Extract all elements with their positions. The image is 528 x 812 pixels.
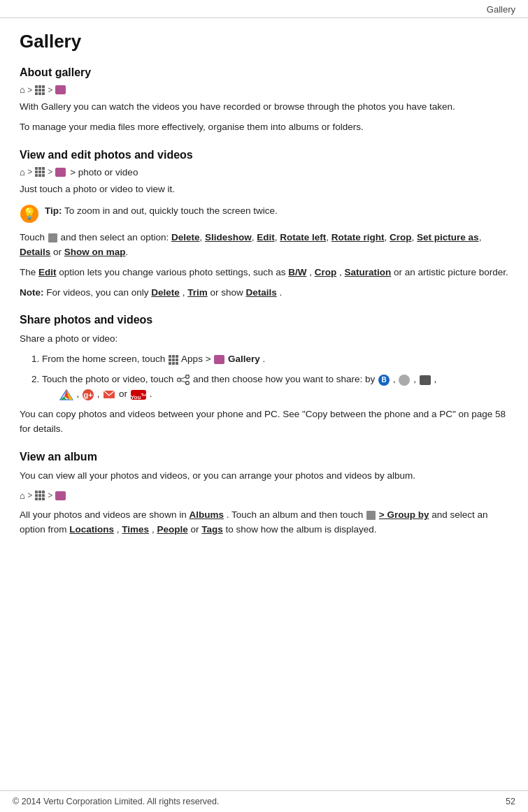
touch-edit: Edit — [257, 232, 275, 242]
comma9: , — [339, 267, 345, 277]
note-label: Note: — [20, 287, 44, 298]
album-title: View an album — [20, 451, 508, 463]
about-nav-path: ⌂ > > — [20, 85, 508, 95]
chevron-icon-6: > — [48, 491, 52, 500]
step2-end: . — [150, 389, 152, 399]
tip-box: 💡 Tip: To zoom in and out, quickly touch… — [20, 204, 508, 224]
edit-saturation: Saturation — [345, 267, 392, 277]
view-edit-section: View and edit photos and videos ⌂ > > > … — [20, 149, 508, 300]
edit-crop: Crop — [315, 267, 337, 277]
comma-gplus: , — [97, 389, 103, 399]
gallery-icon — [55, 85, 66, 94]
chevron-icon-2: > — [48, 85, 52, 95]
copy-text: You can copy photos and videos between y… — [20, 407, 508, 437]
chevron-icon-5: > — [27, 491, 32, 500]
album-pre: All your photos and videos are shown in — [20, 509, 189, 520]
comma-circle: , — [413, 374, 419, 384]
note-or: or show — [210, 287, 245, 298]
note-end: . — [280, 287, 283, 298]
note-text: For videos, you can only — [46, 287, 151, 298]
note-trim: Trim — [187, 287, 208, 298]
touch-para: Touch and then select an option: Delete,… — [20, 231, 508, 260]
chevron-icon-1: > — [27, 85, 32, 95]
locations-label: Locations — [69, 524, 114, 535]
apps-grid-icon-2 — [35, 167, 45, 177]
page-title: Gallery — [20, 31, 508, 52]
svg-point-2 — [186, 375, 190, 379]
footer-page-number: 52 — [506, 797, 515, 806]
home-icon-2: ⌂ — [20, 167, 25, 177]
note-details: Details — [245, 287, 276, 298]
albums-label: Albums — [189, 509, 224, 520]
edit-post: or an artistic picture border. — [394, 267, 508, 277]
svg-text:💡: 💡 — [22, 207, 36, 220]
or-text: or — [53, 247, 64, 257]
share-title: Share photos and videos — [20, 314, 508, 326]
album-final: to show how the album is displayed. — [225, 524, 376, 535]
tip-label: Tip: — [45, 205, 62, 216]
note-delete: Delete — [151, 287, 180, 298]
about-section: About gallery ⌂ > > With Gallery you can… — [20, 66, 508, 135]
step1-gallery: Gallery — [228, 354, 260, 364]
touch-show-map: Show on map — [64, 247, 126, 257]
share-intro: Share a photo or video: — [20, 332, 508, 347]
touch-text-pre: Touch — [20, 232, 48, 242]
comma8: , — [309, 267, 315, 277]
view-edit-title: View and edit photos and videos — [20, 149, 508, 161]
edit-bw: B/W — [288, 267, 306, 277]
tip-text: Tip: To zoom in and out, quickly touch t… — [45, 204, 278, 218]
album-or: or — [190, 524, 201, 535]
comma7: , — [479, 232, 482, 242]
touch-delete: Delete — [171, 232, 200, 242]
apps-grid-icon-3 — [169, 355, 178, 365]
comma5: , — [385, 232, 390, 242]
touch-crop: Crop — [390, 232, 412, 242]
comma6: , — [412, 232, 418, 242]
touch-rotate-left: Rotate left — [280, 232, 326, 242]
share-step1: From the home screen, touch Apps > Galle… — [42, 352, 508, 367]
album-mid: . Touch an album and then touch — [227, 509, 366, 520]
apps-grid-icon — [35, 85, 45, 95]
comma-bt: , — [393, 374, 399, 384]
touch-text-mid: and then select an option: — [61, 232, 171, 242]
nav-suffix: > photo or video — [70, 167, 138, 177]
gallery-icon-3 — [214, 355, 224, 364]
step1-apps: Apps > — [181, 354, 213, 364]
note-para: Note: For videos, you can only Delete , … — [20, 286, 508, 300]
or-text-2: or — [119, 389, 130, 399]
home-icon-3: ⌂ — [20, 491, 25, 501]
touch-details: Details — [20, 247, 50, 257]
youtube-icon: YouTube — [131, 390, 146, 400]
groupby-label: > Group by — [379, 509, 429, 520]
tags-label: Tags — [201, 524, 223, 535]
album-section: View an album You can view all your phot… — [20, 451, 508, 537]
step1-pre: From the home screen, touch — [42, 354, 168, 364]
share-icon — [177, 375, 190, 385]
touch-slideshow: Slideshow — [205, 232, 252, 242]
period1: . — [126, 247, 129, 257]
comma-msg: , — [434, 374, 436, 384]
touch-set-picture: Set picture as — [417, 232, 479, 242]
share-steps: From the home screen, touch Apps > Galle… — [42, 352, 508, 402]
edit-label: Edit — [38, 267, 57, 277]
svg-line-5 — [180, 377, 186, 379]
view-edit-nav-path: ⌂ > > > photo or video — [20, 167, 508, 177]
svg-line-6 — [180, 381, 186, 383]
album-para2: All your photos and videos are shown in … — [20, 508, 508, 537]
about-para2: To manage your media files more effectiv… — [20, 120, 508, 135]
bluetooth-icon: B — [378, 375, 390, 386]
album-nav-path: ⌂ > > — [20, 491, 508, 501]
comma4: , — [326, 232, 331, 242]
footer-copyright: © 2014 Vertu Corporation Limited. All ri… — [13, 797, 219, 806]
email-icon — [103, 390, 115, 399]
header-title: Gallery — [487, 4, 515, 15]
gallery-icon-2 — [55, 168, 66, 177]
step2-pre: Touch the photo or video, touch — [42, 374, 176, 384]
menu-icon — [48, 233, 57, 242]
home-icon: ⌂ — [20, 85, 25, 95]
svg-point-4 — [178, 378, 181, 382]
comma1: , — [199, 232, 205, 242]
gallery-icon-4 — [55, 491, 66, 500]
step2-mid: and then choose how you want to share: b… — [193, 374, 378, 384]
footer: © 2014 Vertu Corporation Limited. All ri… — [0, 790, 528, 812]
